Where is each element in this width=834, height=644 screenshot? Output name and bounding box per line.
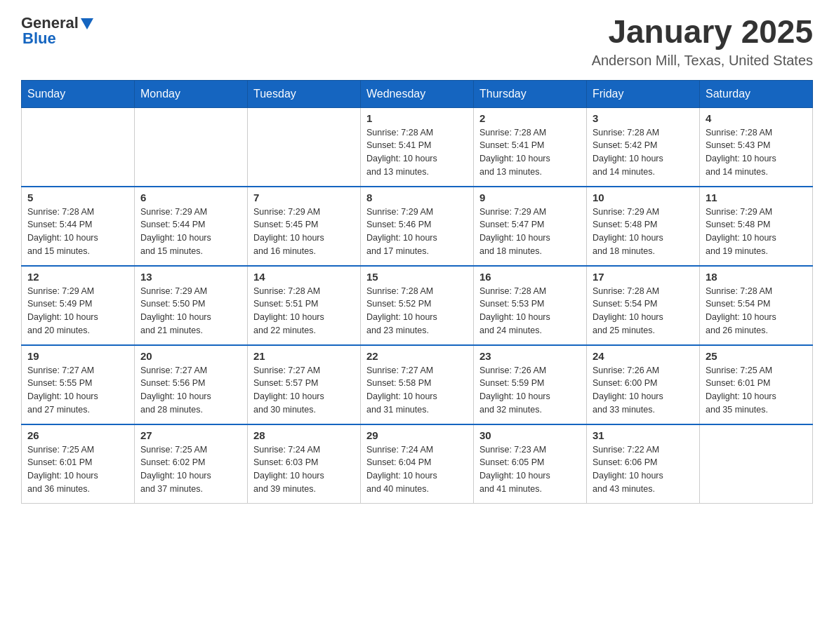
calendar-cell: 1Sunrise: 7:28 AM Sunset: 5:41 PM Daylig… xyxy=(361,107,474,187)
day-info: Sunrise: 7:29 AM Sunset: 5:47 PM Dayligh… xyxy=(479,206,581,258)
calendar-cell: 5Sunrise: 7:28 AM Sunset: 5:44 PM Daylig… xyxy=(22,187,135,266)
logo-triangle-icon xyxy=(81,18,93,29)
day-info: Sunrise: 7:24 AM Sunset: 6:04 PM Dayligh… xyxy=(366,443,468,496)
day-number: 11 xyxy=(706,192,807,203)
calendar-cell: 29Sunrise: 7:24 AM Sunset: 6:04 PM Dayli… xyxy=(361,424,474,504)
day-number: 10 xyxy=(593,192,694,203)
day-info: Sunrise: 7:24 AM Sunset: 6:03 PM Dayligh… xyxy=(253,443,355,496)
day-number: 15 xyxy=(366,271,468,283)
day-info: Sunrise: 7:28 AM Sunset: 5:41 PM Dayligh… xyxy=(366,126,468,179)
calendar-day-header: Wednesday xyxy=(361,80,474,107)
day-info: Sunrise: 7:27 AM Sunset: 5:58 PM Dayligh… xyxy=(366,364,468,417)
calendar-cell: 3Sunrise: 7:28 AM Sunset: 5:42 PM Daylig… xyxy=(587,107,700,187)
day-number: 25 xyxy=(706,350,807,362)
day-number: 16 xyxy=(479,271,581,283)
day-info: Sunrise: 7:29 AM Sunset: 5:50 PM Dayligh… xyxy=(140,285,241,337)
calendar-cell: 15Sunrise: 7:28 AM Sunset: 5:52 PM Dayli… xyxy=(361,266,474,345)
day-number: 4 xyxy=(706,112,807,124)
calendar-table: SundayMondayTuesdayWednesdayThursdayFrid… xyxy=(21,80,813,504)
calendar-title: January 2025 xyxy=(592,14,813,50)
calendar-cell: 16Sunrise: 7:28 AM Sunset: 5:53 PM Dayli… xyxy=(474,266,587,345)
day-info: Sunrise: 7:28 AM Sunset: 5:52 PM Dayligh… xyxy=(366,285,468,337)
calendar-cell: 26Sunrise: 7:25 AM Sunset: 6:01 PM Dayli… xyxy=(22,424,135,504)
day-number: 23 xyxy=(479,350,581,362)
day-info: Sunrise: 7:29 AM Sunset: 5:48 PM Dayligh… xyxy=(593,206,694,258)
day-number: 20 xyxy=(140,350,241,362)
title-section: January 2025 Anderson Mill, Texas, Unite… xyxy=(592,14,813,69)
calendar-day-header: Tuesday xyxy=(248,80,361,107)
calendar-cell: 25Sunrise: 7:25 AM Sunset: 6:01 PM Dayli… xyxy=(700,345,813,424)
day-info: Sunrise: 7:27 AM Sunset: 5:55 PM Dayligh… xyxy=(27,364,128,417)
day-info: Sunrise: 7:25 AM Sunset: 6:02 PM Dayligh… xyxy=(140,443,241,496)
logo-blue: Blue xyxy=(22,29,56,48)
day-number: 14 xyxy=(253,271,355,283)
day-info: Sunrise: 7:22 AM Sunset: 6:06 PM Dayligh… xyxy=(593,443,694,496)
day-info: Sunrise: 7:28 AM Sunset: 5:42 PM Dayligh… xyxy=(593,126,694,179)
calendar-week-row: 12Sunrise: 7:29 AM Sunset: 5:49 PM Dayli… xyxy=(22,266,813,345)
calendar-cell: 31Sunrise: 7:22 AM Sunset: 6:06 PM Dayli… xyxy=(587,424,700,504)
day-info: Sunrise: 7:29 AM Sunset: 5:45 PM Dayligh… xyxy=(253,206,355,258)
day-number: 26 xyxy=(27,429,128,441)
day-number: 3 xyxy=(593,112,694,124)
calendar-cell xyxy=(700,424,813,504)
calendar-cell: 28Sunrise: 7:24 AM Sunset: 6:03 PM Dayli… xyxy=(248,424,361,504)
logo: General Blue xyxy=(21,14,93,48)
day-info: Sunrise: 7:28 AM Sunset: 5:43 PM Dayligh… xyxy=(706,126,807,179)
day-number: 1 xyxy=(366,112,468,124)
calendar-cell: 14Sunrise: 7:28 AM Sunset: 5:51 PM Dayli… xyxy=(248,266,361,345)
calendar-cell: 8Sunrise: 7:29 AM Sunset: 5:46 PM Daylig… xyxy=(361,187,474,266)
day-number: 13 xyxy=(140,271,241,283)
day-info: Sunrise: 7:28 AM Sunset: 5:51 PM Dayligh… xyxy=(253,285,355,337)
calendar-cell: 17Sunrise: 7:28 AM Sunset: 5:54 PM Dayli… xyxy=(587,266,700,345)
day-number: 19 xyxy=(27,350,128,362)
day-info: Sunrise: 7:27 AM Sunset: 5:57 PM Dayligh… xyxy=(253,364,355,417)
calendar-day-header: Thursday xyxy=(474,80,587,107)
calendar-cell xyxy=(248,107,361,187)
day-info: Sunrise: 7:28 AM Sunset: 5:54 PM Dayligh… xyxy=(593,285,694,337)
calendar-day-header: Friday xyxy=(587,80,700,107)
day-info: Sunrise: 7:28 AM Sunset: 5:54 PM Dayligh… xyxy=(706,285,807,337)
day-info: Sunrise: 7:26 AM Sunset: 5:59 PM Dayligh… xyxy=(479,364,581,417)
calendar-cell: 30Sunrise: 7:23 AM Sunset: 6:05 PM Dayli… xyxy=(474,424,587,504)
day-number: 22 xyxy=(366,350,468,362)
calendar-cell: 4Sunrise: 7:28 AM Sunset: 5:43 PM Daylig… xyxy=(700,107,813,187)
calendar-cell: 22Sunrise: 7:27 AM Sunset: 5:58 PM Dayli… xyxy=(361,345,474,424)
day-number: 18 xyxy=(706,271,807,283)
day-number: 28 xyxy=(253,429,355,441)
calendar-subtitle: Anderson Mill, Texas, United States xyxy=(592,53,813,69)
day-number: 7 xyxy=(253,192,355,203)
day-info: Sunrise: 7:28 AM Sunset: 5:44 PM Dayligh… xyxy=(27,206,128,258)
calendar-day-header: Monday xyxy=(135,80,248,107)
calendar-cell: 6Sunrise: 7:29 AM Sunset: 5:44 PM Daylig… xyxy=(135,187,248,266)
calendar-cell: 13Sunrise: 7:29 AM Sunset: 5:50 PM Dayli… xyxy=(135,266,248,345)
day-number: 24 xyxy=(593,350,694,362)
day-number: 8 xyxy=(366,192,468,203)
calendar-cell: 12Sunrise: 7:29 AM Sunset: 5:49 PM Dayli… xyxy=(22,266,135,345)
day-info: Sunrise: 7:29 AM Sunset: 5:44 PM Dayligh… xyxy=(140,206,241,258)
day-info: Sunrise: 7:28 AM Sunset: 5:41 PM Dayligh… xyxy=(479,126,581,179)
day-info: Sunrise: 7:29 AM Sunset: 5:48 PM Dayligh… xyxy=(706,206,807,258)
day-number: 17 xyxy=(593,271,694,283)
calendar-cell: 24Sunrise: 7:26 AM Sunset: 6:00 PM Dayli… xyxy=(587,345,700,424)
calendar-cell: 9Sunrise: 7:29 AM Sunset: 5:47 PM Daylig… xyxy=(474,187,587,266)
calendar-week-row: 19Sunrise: 7:27 AM Sunset: 5:55 PM Dayli… xyxy=(22,345,813,424)
day-info: Sunrise: 7:26 AM Sunset: 6:00 PM Dayligh… xyxy=(593,364,694,417)
page-header: General Blue January 2025 Anderson Mill,… xyxy=(21,14,813,69)
calendar-cell: 23Sunrise: 7:26 AM Sunset: 5:59 PM Dayli… xyxy=(474,345,587,424)
calendar-week-row: 1Sunrise: 7:28 AM Sunset: 5:41 PM Daylig… xyxy=(22,107,813,187)
day-info: Sunrise: 7:25 AM Sunset: 6:01 PM Dayligh… xyxy=(27,443,128,496)
calendar-week-row: 26Sunrise: 7:25 AM Sunset: 6:01 PM Dayli… xyxy=(22,424,813,504)
calendar-cell: 11Sunrise: 7:29 AM Sunset: 5:48 PM Dayli… xyxy=(700,187,813,266)
svg-marker-0 xyxy=(81,18,93,29)
calendar-cell: 2Sunrise: 7:28 AM Sunset: 5:41 PM Daylig… xyxy=(474,107,587,187)
calendar-cell: 21Sunrise: 7:27 AM Sunset: 5:57 PM Dayli… xyxy=(248,345,361,424)
calendar-day-header: Sunday xyxy=(22,80,135,107)
day-number: 9 xyxy=(479,192,581,203)
day-number: 29 xyxy=(366,429,468,441)
day-number: 31 xyxy=(593,429,694,441)
day-info: Sunrise: 7:28 AM Sunset: 5:53 PM Dayligh… xyxy=(479,285,581,337)
day-number: 5 xyxy=(27,192,128,203)
day-number: 2 xyxy=(479,112,581,124)
calendar-cell: 19Sunrise: 7:27 AM Sunset: 5:55 PM Dayli… xyxy=(22,345,135,424)
day-info: Sunrise: 7:25 AM Sunset: 6:01 PM Dayligh… xyxy=(706,364,807,417)
